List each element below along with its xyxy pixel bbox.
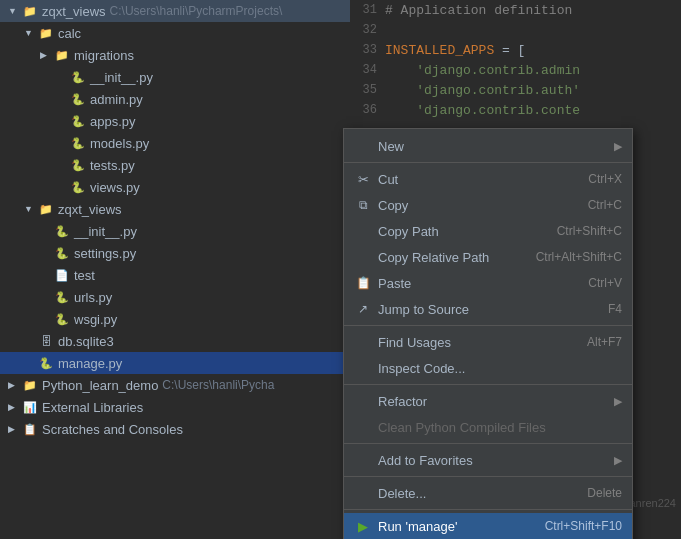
item-label: __init__.py (90, 70, 153, 85)
copy-rel-icon (354, 248, 372, 266)
item-label: models.py (90, 136, 149, 151)
item-label: zqxt_views (58, 202, 122, 217)
inspect-icon (354, 359, 372, 377)
delete-icon (354, 484, 372, 502)
menu-label: Inspect Code... (378, 361, 622, 376)
arrow-icon (8, 402, 22, 412)
menu-item-paste[interactable]: 📋 Paste Ctrl+V (344, 270, 632, 296)
libs-icon: 📊 (22, 399, 38, 415)
tree-item-python-learn[interactable]: 📁 Python_learn_demo C:\Users\hanli\Pycha (0, 374, 350, 396)
menu-item-delete[interactable]: Delete... Delete (344, 480, 632, 506)
code-line-34: 34 'django.contrib.admin (350, 60, 681, 80)
py-icon (70, 91, 86, 107)
arrow-icon (40, 50, 54, 60)
tree-item-settings[interactable]: settings.py (0, 242, 350, 264)
menu-item-copy-relative-path[interactable]: Copy Relative Path Ctrl+Alt+Shift+C (344, 244, 632, 270)
line-content: 'django.contrib.conte (385, 103, 580, 118)
py-icon (70, 157, 86, 173)
submenu-arrow-icon: ▶ (614, 454, 622, 467)
item-label: External Libraries (42, 400, 143, 415)
line-content: 'django.contrib.admin (385, 63, 580, 78)
tree-item-init-calc[interactable]: __init__.py (0, 66, 350, 88)
item-label: test (74, 268, 95, 283)
new-icon (354, 137, 372, 155)
tree-item-test[interactable]: 📄 test (0, 264, 350, 286)
shortcut-label: Ctrl+Shift+F10 (545, 519, 622, 533)
run-icon: ▶ (354, 517, 372, 535)
menu-item-new[interactable]: New ▶ (344, 133, 632, 159)
tree-item-zqxt-views-root[interactable]: 📁 zqxt_views C:\Users\hanli\PycharmProje… (0, 0, 350, 22)
tree-item-migrations[interactable]: 📁 migrations (0, 44, 350, 66)
line-number: 31 (350, 3, 385, 17)
line-number: 34 (350, 63, 385, 77)
arrow-icon (8, 6, 22, 16)
tree-item-scratches[interactable]: 📋 Scratches and Consoles (0, 418, 350, 440)
file-tree: 📁 zqxt_views C:\Users\hanli\PycharmProje… (0, 0, 350, 539)
shortcut-label: Ctrl+C (588, 198, 622, 212)
menu-separator (344, 476, 632, 477)
py-icon (54, 223, 70, 239)
menu-item-run-manage[interactable]: ▶ Run 'manage' Ctrl+Shift+F10 (344, 513, 632, 539)
item-label: apps.py (90, 114, 136, 129)
menu-item-copy[interactable]: ⧉ Copy Ctrl+C (344, 192, 632, 218)
tree-item-admin[interactable]: admin.py (0, 88, 350, 110)
item-label: db.sqlite3 (58, 334, 114, 349)
menu-separator (344, 384, 632, 385)
line-content: # Application definition (385, 3, 572, 18)
item-label: urls.py (74, 290, 112, 305)
copy-path-icon (354, 222, 372, 240)
line-number: 35 (350, 83, 385, 97)
tree-item-apps[interactable]: apps.py (0, 110, 350, 132)
menu-separator (344, 509, 632, 510)
py-icon (70, 179, 86, 195)
item-path: C:\Users\hanli\PycharmProjects\ (110, 4, 283, 18)
shortcut-label: F4 (608, 302, 622, 316)
find-icon (354, 333, 372, 351)
menu-item-add-favorites[interactable]: Add to Favorites ▶ (344, 447, 632, 473)
menu-label: Jump to Source (378, 302, 608, 317)
jump-icon: ↗ (354, 300, 372, 318)
tree-item-init-zqxt[interactable]: __init__.py (0, 220, 350, 242)
file-icon: 📄 (54, 267, 70, 283)
menu-separator (344, 443, 632, 444)
tree-item-models[interactable]: models.py (0, 132, 350, 154)
py-icon (54, 289, 70, 305)
py-icon (54, 311, 70, 327)
menu-item-jump-to-source[interactable]: ↗ Jump to Source F4 (344, 296, 632, 322)
menu-label: Add to Favorites (378, 453, 610, 468)
tree-item-external-libs[interactable]: 📊 External Libraries (0, 396, 350, 418)
item-label: zqxt_views (42, 4, 106, 19)
tree-item-calc[interactable]: 📁 calc (0, 22, 350, 44)
menu-label: Copy (378, 198, 588, 213)
menu-item-cut[interactable]: ✂ Cut Ctrl+X (344, 166, 632, 192)
tree-item-tests[interactable]: tests.py (0, 154, 350, 176)
shortcut-label: Ctrl+Shift+C (557, 224, 622, 238)
py-icon (70, 113, 86, 129)
item-label: Scratches and Consoles (42, 422, 183, 437)
item-label: views.py (90, 180, 140, 195)
menu-label: Delete... (378, 486, 587, 501)
refactor-icon (354, 392, 372, 410)
tree-item-wsgi[interactable]: wsgi.py (0, 308, 350, 330)
py-icon (70, 69, 86, 85)
tree-item-zqxt-inner[interactable]: 📁 zqxt_views (0, 198, 350, 220)
tree-item-manage[interactable]: manage.py (0, 352, 350, 374)
tree-item-views[interactable]: views.py (0, 176, 350, 198)
clean-icon (354, 418, 372, 436)
tree-item-db-sqlite[interactable]: 🗄 db.sqlite3 (0, 330, 350, 352)
menu-item-inspect-code[interactable]: Inspect Code... (344, 355, 632, 381)
menu-label: New (378, 139, 610, 154)
code-line-31: 31 # Application definition (350, 0, 681, 20)
arrow-icon (8, 380, 22, 390)
menu-item-find-usages[interactable]: Find Usages Alt+F7 (344, 329, 632, 355)
code-line-33: 33 INSTALLED_APPS = [ (350, 40, 681, 60)
tree-item-urls[interactable]: urls.py (0, 286, 350, 308)
paste-icon: 📋 (354, 274, 372, 292)
menu-item-copy-path[interactable]: Copy Path Ctrl+Shift+C (344, 218, 632, 244)
menu-item-refactor[interactable]: Refactor ▶ (344, 388, 632, 414)
line-number: 33 (350, 43, 385, 57)
menu-label: Find Usages (378, 335, 587, 350)
menu-separator (344, 325, 632, 326)
folder-icon: 📁 (22, 3, 38, 19)
item-label: calc (58, 26, 81, 41)
